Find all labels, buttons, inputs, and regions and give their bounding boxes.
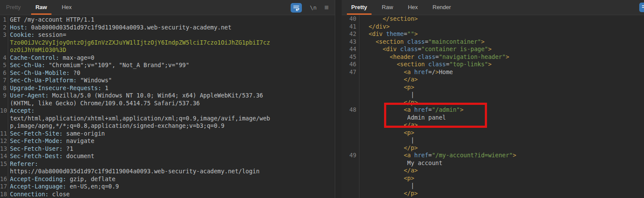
- code-line: 17Accept-Language: en-US,en;q=0.9: [0, 183, 335, 191]
- line-number: 12: [0, 137, 8, 145]
- code-text: Sec-Fetch-Site: same-origin: [8, 130, 105, 138]
- code-text: Sec-Fetch-Dest: document: [8, 153, 94, 160]
- request-editor-toolbar: \n ≡: [291, 0, 329, 15]
- code-text: |: [359, 182, 414, 190]
- line-number: 5: [0, 62, 8, 69]
- tab-hex[interactable]: Hex: [58, 0, 76, 15]
- code-line: 3Cookie: session=: [0, 31, 335, 39]
- code-line: 2Host: 0ab8000d035d1d97c1f9d119004a0093.…: [0, 24, 335, 32]
- code-text: <div class="container is-page">: [359, 45, 492, 53]
- code-line: 49 <a href="/my-account?id=wiener">: [342, 152, 644, 159]
- line-number: 14: [0, 153, 8, 160]
- line-number: 41: [342, 23, 359, 31]
- line-number: 16: [0, 175, 8, 183]
- code-text: |: [359, 91, 414, 99]
- word-wrap-icon-clipped[interactable]: [639, 3, 644, 12]
- response-tab-bar: PrettyRawHexRender: [342, 0, 644, 15]
- code-text: </a>: [359, 76, 418, 84]
- line-number: [342, 136, 359, 144]
- code-line: <p>: [342, 175, 644, 182]
- code-text: (KHTML, like Gecko) Chrome/109.0.5414.75…: [8, 100, 200, 107]
- code-text: Sec-Fetch-User: ?1: [8, 145, 73, 153]
- code-line: 18Connection: close: [0, 191, 335, 198]
- line-number: [0, 39, 8, 47]
- line-number: 44: [342, 45, 359, 53]
- code-text: <div theme="">: [359, 30, 418, 38]
- code-line: 45 <header class="navigation-header">: [342, 53, 644, 61]
- code-text: text/html,application/xhtml+xml,applicat…: [8, 115, 270, 123]
- line-number: 9: [0, 92, 8, 100]
- line-number: [0, 115, 8, 123]
- code-text: </section>: [359, 15, 418, 23]
- line-number: 6: [0, 69, 8, 77]
- code-text: <a href=/>Home: [359, 68, 453, 76]
- line-number: 3: [0, 31, 8, 39]
- line-number: 18: [0, 191, 8, 198]
- response-editor-panel: PrettyRawHexRender 40 </section>41 </div…: [342, 0, 644, 198]
- code-text: https://0ab8000d035d1d97c1f9d119004a0093…: [8, 168, 260, 175]
- code-text: Sec-Ch-Ua-Mobile: ?0: [8, 69, 80, 77]
- line-number: 45: [342, 53, 359, 61]
- code-line: |: [342, 136, 644, 144]
- tab-pretty[interactable]: Pretty: [2, 0, 25, 15]
- code-line: 41 </div>: [342, 23, 644, 31]
- line-number: 15: [0, 160, 8, 168]
- tab-render[interactable]: Render: [428, 0, 455, 15]
- code-line: 7Sec-Ch-Ua-Platform: "Windows": [0, 77, 335, 84]
- line-number: [342, 99, 359, 107]
- tab-raw[interactable]: Raw: [31, 0, 51, 15]
- code-line: 46 <section class="top-links">: [342, 61, 644, 68]
- code-line: text/html,application/xhtml+xml,applicat…: [0, 115, 335, 123]
- code-line: My account: [342, 159, 644, 167]
- code-text: Connection: close: [8, 191, 70, 198]
- line-number: [342, 121, 359, 129]
- line-number: [0, 100, 8, 107]
- line-number: [342, 182, 359, 190]
- line-number: [342, 91, 359, 99]
- code-text: </a>: [359, 167, 418, 175]
- code-text: <p>: [359, 84, 414, 91]
- code-text: ozOiJhYmMiO30%3D: [8, 46, 66, 54]
- editor-menu-icon[interactable]: ≡: [324, 4, 329, 11]
- code-text: Tzo0OiJVc2VyIjoyOntzOjg6InVzZXJuYW1lIjtz…: [8, 39, 270, 47]
- code-line: |: [342, 182, 644, 190]
- line-number: 13: [0, 145, 8, 153]
- tab-hex[interactable]: Hex: [404, 0, 422, 15]
- tab-raw[interactable]: Raw: [378, 0, 397, 15]
- code-line: 9User-Agent: Mozilla/5.0 (Windows NT 10.…: [0, 92, 335, 100]
- word-wrap-icon[interactable]: [291, 3, 302, 13]
- line-number: 2: [0, 24, 8, 32]
- code-text: </div>: [359, 23, 390, 31]
- show-newlines-icon[interactable]: \n: [310, 4, 317, 11]
- code-text: Accept-Language: en-US,en;q=0.9: [8, 183, 119, 191]
- code-line: ozOiJhYmMiO30%3D: [0, 46, 335, 54]
- line-number: [342, 84, 359, 91]
- tab-pretty[interactable]: Pretty: [347, 0, 372, 15]
- code-text: Cache-Control: max-age=0: [8, 54, 94, 62]
- code-text: Accept:: [8, 107, 35, 115]
- code-line: Tzo0OiJVc2VyIjoyOntzOjg6InVzZXJuYW1lIjtz…: [0, 39, 335, 47]
- code-line: 42 <div theme="">: [342, 30, 644, 38]
- code-line: </p>: [342, 190, 644, 198]
- code-line: 47 <a href=/>Home: [342, 68, 644, 76]
- code-text: </p>: [359, 144, 418, 152]
- line-number: 46: [342, 61, 359, 68]
- code-text: <a href="/my-account?id=wiener">: [359, 152, 516, 159]
- word-wrap-glyph: [641, 4, 644, 11]
- line-number: 10: [0, 107, 8, 115]
- code-line: 10Accept:: [0, 107, 335, 115]
- code-text: Sec-Ch-Ua-Platform: "Windows": [8, 77, 112, 84]
- code-text: GET /my-account HTTP/1.1: [8, 16, 94, 24]
- code-text: Accept-Encoding: gzip, deflate: [8, 175, 115, 183]
- response-tabs: PrettyRawHexRender: [347, 0, 461, 15]
- code-text: <section class="top-links">: [359, 61, 492, 68]
- code-text: p,image/apng,*/*;q=0.8,application/signe…: [8, 122, 224, 130]
- request-code-area[interactable]: 1GET /my-account HTTP/1.12Host: 0ab8000d…: [0, 15, 335, 198]
- code-text: Referer:: [8, 160, 38, 168]
- code-line: 11Sec-Fetch-Site: same-origin: [0, 130, 335, 138]
- code-line: 15Referer:: [0, 160, 335, 168]
- code-line: 5Sec-Ch-Ua: "Chromium";v="109", "Not_A B…: [0, 62, 335, 69]
- code-line: p,image/apng,*/*;q=0.8,application/signe…: [0, 122, 335, 130]
- line-number: [342, 167, 359, 175]
- code-line: 16Accept-Encoding: gzip, deflate: [0, 175, 335, 183]
